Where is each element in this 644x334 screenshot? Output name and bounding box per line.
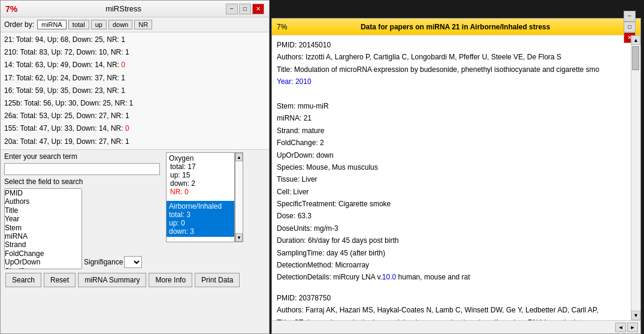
field-select-list[interactable]: PMID Authors Title Year Stem miRNA Stran… [4,188,82,269]
paper1-cell: Cell: Liver [277,186,626,198]
result-oxygen-total: total: 17 [169,163,232,171]
list-item[interactable]: 210: Total: 83, Up: 72, Down: 10, NR: 1 [4,46,265,59]
list-item[interactable]: 16: Total: 59, Up: 35, Down: 23, NR: 1 [4,85,265,97]
paper1-detectionmethod: DetectionMethod: Microarray [277,259,626,271]
result-airborne-label: Airborne/Inhaled [169,202,232,210]
data-minimize-button[interactable]: − [624,11,636,22]
more-info-button[interactable]: More Info [149,273,192,287]
field-option-authors[interactable]: Authors [5,197,81,206]
data-scrollbar[interactable]: ▲ ▼ [631,35,640,320]
paper1-pmid: PMID: 20145010 [277,39,626,51]
order-label: Order by: [4,20,34,29]
nav-scroll-right-button[interactable]: ► [627,323,638,332]
paper1-treatment: SpecificTreatment: Cigarette smoke [277,198,626,210]
field-option-mirna[interactable]: miRNA [5,232,81,240]
data-scroll-down-button[interactable]: ▼ [631,311,640,320]
data-scroll-thumb[interactable] [632,46,639,70]
result-oxygen-up: up: 15 [169,171,232,179]
significance-dropdown[interactable] [124,256,142,268]
search-input[interactable] [4,163,160,175]
mirna-list[interactable]: 21: Total: 94, Up: 68, Down: 25, NR: 1 2… [1,32,269,149]
scroll-down-button[interactable]: ▼ [235,233,243,242]
data-bottom-bar: ◄ ► [272,320,640,333]
paper1-mirna: miRNA: 21 [277,112,626,124]
result-oxygen-label: Oxygen [169,154,232,163]
main-window-title: miRStress [21,4,226,13]
paper1-samplingtime: SamplingTime: day 45 (after birth) [277,247,626,259]
result-group-oxygen: Oxygen total: 17 up: 15 down: 2 NR: 0 [167,153,234,197]
result-airborne-up: up: 0 [169,219,232,227]
nav-scroll-left-button[interactable]: ◄ [615,323,626,332]
result-airborne-down: down: 3 [169,227,232,236]
result-oxygen-nr: NR: 0 [169,188,232,196]
paper1-species: Species: Mouse, Mus musculus [277,161,626,173]
paper1-doseunits: DoseUnits: mg/m-3 [277,222,626,234]
paper1-authors: Authors: Izzotti A, Larghero P, Cartigli… [277,51,626,63]
app-icon-data: 7% [277,23,287,31]
list-item[interactable]: 21: Total: 94, Up: 68, Down: 25, NR: 1 [4,34,265,46]
paper1-upordown: UpOrDown: down [277,149,626,161]
paper1-dose: Dose: 63.3 [277,210,626,222]
data-window: 7% Data for papers on miRNA 21 in Airbor… [271,18,641,334]
window-controls: − □ ✕ [226,4,264,14]
order-down-button[interactable]: down [108,20,132,29]
paper-block-2: PMID: 20378750 Authors: Farraj AK, Hazar… [277,292,626,320]
field-option-upordown[interactable]: UpOrDown [5,258,81,266]
field-option-signifigance[interactable]: Signifigance [5,267,81,269]
field-option-year[interactable]: Year [5,215,81,223]
data-scroll-up-button[interactable]: ▲ [631,35,640,45]
order-up-button[interactable]: up [91,20,107,29]
field-option-stem[interactable]: Stem [5,224,81,232]
paper-block-1: PMID: 20145010 Authors: Izzotti A, Largh… [277,39,626,284]
list-item[interactable]: 125b: Total: 56, Up: 30, Down: 25, NR: 1 [4,97,265,110]
results-list[interactable]: Oxygen total: 17 up: 15 down: 2 NR: 0 Ai… [166,152,235,242]
scroll-track [235,161,243,233]
main-window: 7% miRStress − □ ✕ Order by: miRNA total… [0,0,270,334]
minimize-button[interactable]: − [226,4,238,14]
search-area: Enter your search term Select the field … [1,149,269,290]
print-data-button[interactable]: Print Data [195,273,240,287]
close-button[interactable]: ✕ [252,4,264,14]
scroll-up-button[interactable]: ▲ [235,153,243,161]
field-option-pmid[interactable]: PMID [5,189,81,197]
data-content-area: PMID: 20145010 Authors: Izzotti A, Largh… [272,35,640,320]
paper1-tissue: Tissue: Liver [277,173,626,185]
paper1-detectiondetails: DetectionDetails: miRcury LNA v.10.0 hum… [277,271,626,283]
data-text-area[interactable]: PMID: 20145010 Authors: Izzotti A, Largh… [272,35,631,320]
field-option-foldchange[interactable]: FoldChange [5,249,81,258]
maximize-button[interactable]: □ [239,4,251,14]
data-window-title: Data for papers on miRNA 21 in Airborne/… [287,23,624,31]
mirna-summary-button[interactable]: miRNA Summary [78,273,146,287]
list-item[interactable]: 17: Total: 62, Up: 24, Down: 37, NR: 1 [4,72,265,85]
paper2-pmid: PMID: 20378750 [277,292,626,304]
paper1-foldchange: FoldChange: 2 [277,137,626,149]
paper1-duration: Duration: 6h/day for 45 days post birth [277,234,626,246]
paper1-year: Year: 2010 [277,76,626,88]
field-option-title[interactable]: Title [5,206,81,215]
list-item[interactable]: 20a: Total: 47, Up: 19, Down: 27, NR: 1 [4,136,265,148]
data-maximize-button[interactable]: □ [624,22,636,32]
paper1-strand: Strand: mature [277,125,626,137]
list-item[interactable]: 26a: Total: 53, Up: 25, Down: 27, NR: 1 [4,110,265,122]
search-term-label: Enter your search term [4,152,160,161]
list-item[interactable]: 14: Total: 63, Up: 49, Down: 14, NR: 0 [4,59,265,71]
field-option-strand[interactable]: Strand [5,240,81,249]
signif-label: Signifigance [84,258,123,266]
app-icon-main: 7% [5,4,17,14]
order-bar: Order by: miRNA total up down NR [1,17,269,32]
paper1-spacer [277,88,626,100]
paper1-stem: Stem: mmu-miR [277,100,626,112]
action-buttons: Search Reset miRNA Summary More Info Pri… [4,273,265,287]
data-title-bar: 7% Data for papers on miRNA 21 in Airbor… [272,19,640,35]
list-item[interactable]: 155: Total: 47, Up: 33, Down: 14, NR: 0 [4,122,265,135]
search-button[interactable]: Search [5,273,41,287]
results-scrollbar[interactable]: ▲ ▼ [235,152,243,242]
paper1-title: Title: Modulation of microRNA expression… [277,64,626,76]
data-scroll-track [631,45,640,311]
reset-button[interactable]: Reset [44,273,75,287]
order-mirna-button[interactable]: miRNA [37,20,66,29]
order-total-button[interactable]: total [68,20,89,29]
result-oxygen-down: down: 2 [169,179,232,188]
result-airborne-group[interactable]: Airborne/Inhaled total: 3 up: 0 down: 3 [167,201,234,237]
order-nr-button[interactable]: NR [134,20,152,29]
